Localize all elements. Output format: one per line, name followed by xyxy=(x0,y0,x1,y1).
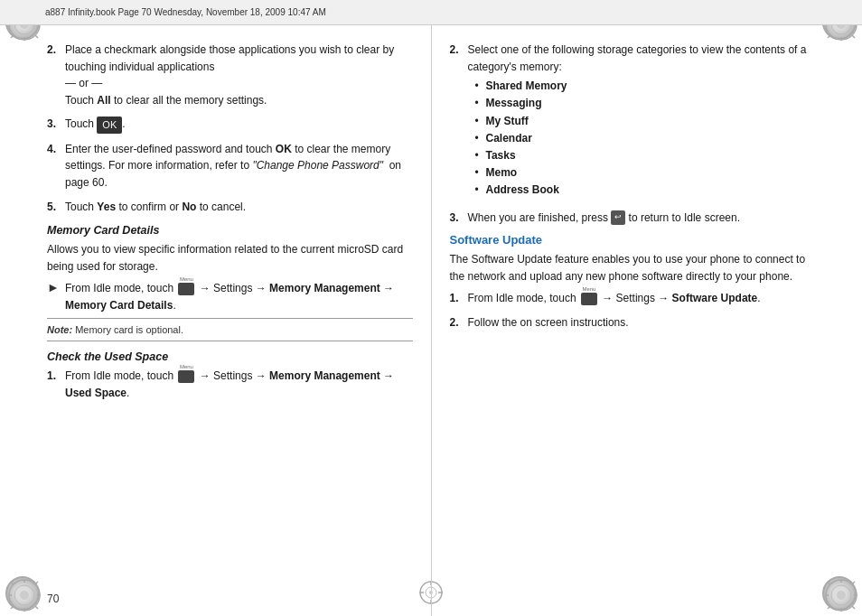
header-text: a887 Infinity.book Page 70 Wednesday, No… xyxy=(45,7,326,17)
software-update-num-1: 1. xyxy=(450,290,468,307)
right-column: 2. Select one of the following storage c… xyxy=(432,25,863,616)
list-num-4: 4. xyxy=(47,141,65,191)
software-update-content-2: Follow the on screen instructions. xyxy=(468,314,816,331)
list-item-4: 4. Enter the user-defined password and t… xyxy=(47,141,413,191)
nav-text: From Idle mode, touch → Settings → Memor… xyxy=(65,280,413,313)
category-memo: Memo xyxy=(475,164,816,182)
memory-card-section-title: Memory Card Details xyxy=(47,224,413,237)
list-num-5: 5. xyxy=(47,199,65,216)
category-address-book: Address Book xyxy=(475,182,816,199)
category-messaging: Messaging xyxy=(475,95,816,112)
list-content-4: Enter the user-defined password and touc… xyxy=(65,141,413,191)
right-list-item-2: 2. Select one of the following storage c… xyxy=(450,42,816,202)
note-text: Note: Memory card is optional. xyxy=(47,324,183,335)
list-item-3: 3. Touch OK. xyxy=(47,116,413,133)
software-update-body: The Software Update feature enables you … xyxy=(450,251,816,285)
menu-icon-2 xyxy=(178,370,194,383)
right-list-content-2: Select one of the following storage cate… xyxy=(468,42,816,202)
software-update-content-1: From Idle mode, touch → Settings → Softw… xyxy=(468,290,816,307)
return-key-icon: ↩ xyxy=(611,210,625,225)
left-column: 2. Place a checkmark alongside those app… xyxy=(0,25,432,616)
menu-icon-3 xyxy=(581,293,597,305)
clear-button[interactable]: OK xyxy=(97,117,122,134)
note-box: Note: Memory card is optional. xyxy=(47,318,413,341)
category-calendar: Calendar xyxy=(475,130,816,147)
list-num-3: 3. xyxy=(47,116,65,133)
list-content-3: Touch OK. xyxy=(65,116,413,133)
category-tasks: Tasks xyxy=(475,147,816,164)
memory-card-body: Allows you to view specific information … xyxy=(47,241,413,275)
used-space-content-1: From Idle mode, touch → Settings → Memor… xyxy=(65,368,413,401)
memory-card-nav: ► From Idle mode, touch → Settings → Mem… xyxy=(47,280,413,313)
used-space-num-1: 1. xyxy=(47,368,65,401)
page-number: 70 xyxy=(47,593,59,605)
category-shared-memory: Shared Memory xyxy=(475,78,816,95)
used-space-item-1: 1. From Idle mode, touch → Settings → Me… xyxy=(47,368,413,401)
list-item-2: 2. Place a checkmark alongside those app… xyxy=(47,42,413,108)
right-list-content-3: When you are finished, press ↩ to return… xyxy=(468,210,816,227)
check-used-space-title: Check the Used Space xyxy=(47,350,413,363)
category-my-stuff: My Stuff xyxy=(475,113,816,130)
menu-icon xyxy=(178,283,194,295)
note-label: Note: xyxy=(47,324,72,335)
nav-arrow-icon: ► xyxy=(47,281,61,295)
software-update-item-2: 2. Follow the on screen instructions. xyxy=(450,314,816,331)
software-update-item-1: 1. From Idle mode, touch → Settings → So… xyxy=(450,290,816,307)
right-list-num-3: 3. xyxy=(450,210,468,227)
category-list: Shared Memory Messaging My Stuff Calenda… xyxy=(468,78,816,199)
right-list-item-3: 3. When you are finished, press ↩ to ret… xyxy=(450,210,816,227)
right-list-num-2: 2. xyxy=(450,42,468,202)
list-content-5: Touch Yes to confirm or No to cancel. xyxy=(65,199,413,216)
list-content-2: Place a checkmark alongside those applic… xyxy=(65,42,413,108)
list-item-5: 5. Touch Yes to confirm or No to cancel. xyxy=(47,199,413,216)
header-bar: a887 Infinity.book Page 70 Wednesday, No… xyxy=(0,0,862,25)
software-update-title: Software Update xyxy=(450,233,816,247)
content-area: 2. Place a checkmark alongside those app… xyxy=(0,25,862,616)
list-num-2: 2. xyxy=(47,42,65,108)
software-update-num-2: 2. xyxy=(450,314,468,331)
